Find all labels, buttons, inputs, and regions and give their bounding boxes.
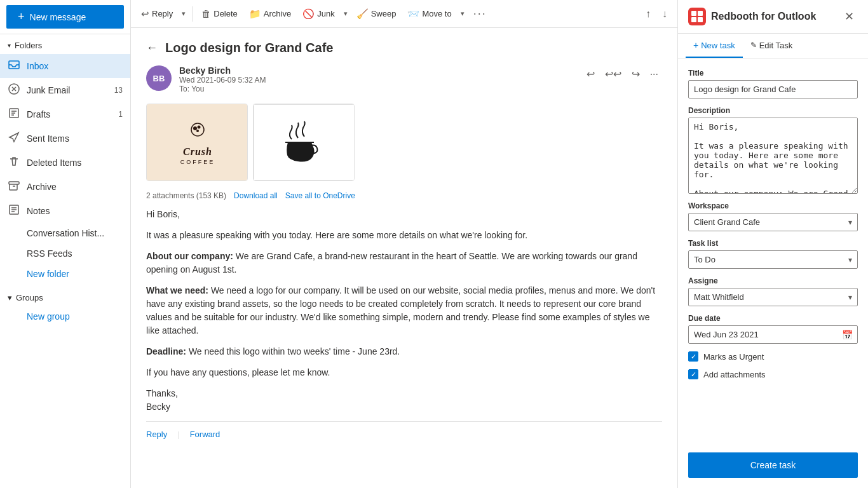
description-textarea[interactable]: Hi Boris, It was a pleasure speaking wit… — [688, 118, 858, 194]
assignee-value: Matt Whitfield — [694, 292, 744, 302]
about-bold: About our company: — [146, 251, 233, 261]
check-icon-2: ✓ — [691, 370, 696, 379]
calendar-icon[interactable]: 📅 — [842, 330, 853, 340]
sidebar-item-junk[interactable]: Junk Email 13 — [0, 78, 130, 102]
folders-label: Folders — [15, 41, 42, 50]
description-group: Description Hi Boris, It was a pleasure … — [688, 106, 858, 194]
create-task-button[interactable]: Create task — [688, 452, 858, 478]
new-message-button[interactable]: + New message — [6, 5, 124, 29]
title-input[interactable] — [688, 80, 858, 98]
sidebar-item-new-folder[interactable]: New folder — [0, 264, 130, 284]
archive-label: Archive — [264, 9, 291, 18]
due-date-input[interactable] — [688, 325, 858, 344]
forward-link[interactable]: Forward — [190, 430, 220, 439]
sidebar-item-notes[interactable]: Notes — [0, 199, 130, 223]
move-to-icon: 📨 — [407, 8, 419, 20]
task-list-value: To Do — [694, 255, 715, 264]
plus-icon: + — [18, 10, 25, 24]
workspace-select[interactable]: Client Grand Cafe ▾ — [688, 213, 858, 231]
workspace-label: Workspace — [688, 201, 858, 210]
junk-dropdown[interactable]: ▾ — [341, 6, 350, 22]
archive-icon — [8, 180, 20, 194]
back-button[interactable]: ← — [146, 41, 158, 55]
assignee-select[interactable]: Matt Whitfield ▾ — [688, 288, 858, 306]
title-label: Title — [688, 69, 858, 78]
new-group-label: New group — [27, 311, 70, 322]
add-attachments-row[interactable]: ✓ Add attachments — [688, 369, 858, 379]
move-to-dropdown-icon: ▾ — [461, 10, 465, 18]
sender-name: Becky Birch — [179, 65, 575, 76]
body-greeting: Hi Boris, — [146, 208, 662, 221]
junk-badge: 13 — [114, 86, 123, 95]
crush-logo: Crush coffee — [180, 104, 215, 180]
archive-button[interactable]: 📁 Archive — [244, 4, 296, 24]
more-button[interactable]: ··· — [468, 3, 492, 24]
attachment-2[interactable] — [253, 104, 355, 181]
sidebar-item-drafts[interactable]: Drafts 1 — [0, 102, 130, 126]
groups-chevron-icon: ▾ — [8, 293, 12, 302]
notes-label: Notes — [27, 206, 50, 216]
marks-urgent-row[interactable]: ✓ Marks as Urgent — [688, 351, 858, 362]
body-need: What we need: We need a logo for our com… — [146, 284, 662, 337]
reply-divider: | — [177, 430, 179, 439]
task-list-select[interactable]: To Do ▾ — [688, 250, 858, 269]
sidebar-top: + New message — [0, 0, 130, 34]
sidebar: + New message ▾ Folders Inbox Junk Email… — [0, 0, 131, 488]
reply-button[interactable]: ↩ Reply — [136, 4, 178, 24]
sidebar-item-inbox[interactable]: Inbox — [0, 54, 130, 78]
workspace-group: Workspace Client Grand Cafe ▾ — [688, 201, 858, 231]
sender-to: To: You — [179, 85, 575, 93]
drafts-label: Drafts — [27, 109, 50, 119]
assignee-label: Assigne — [688, 276, 858, 285]
sidebar-item-rss[interactable]: RSS Feeds — [0, 243, 130, 264]
reply-all-action-button[interactable]: ↩↩ — [601, 65, 625, 83]
junk-toolbar-icon: 🚫 — [302, 8, 315, 20]
sweep-button[interactable]: 🧹 Sweep — [351, 4, 402, 24]
redbooth-title: Redbooth for Outlook — [711, 11, 836, 22]
delete-button[interactable]: 🗑 Delete — [196, 4, 243, 23]
main-content: ↩ Reply ▾ 🗑 Delete 📁 Archive 🚫 Junk ▾ 🧹 … — [131, 0, 677, 488]
inbox-icon — [8, 59, 20, 73]
sweep-label: Sweep — [371, 9, 397, 18]
reply-action-button[interactable]: ↩ — [583, 65, 599, 83]
folders-header[interactable]: ▾ Folders — [0, 34, 130, 54]
edit-task-icon: ✎ — [750, 41, 757, 50]
sent-label: Sent Items — [27, 133, 69, 144]
sidebar-item-archive[interactable]: Archive — [0, 175, 130, 199]
attachment-1[interactable]: Crush coffee — [146, 104, 248, 181]
prev-email-button[interactable]: ↑ — [641, 4, 656, 24]
download-all-link[interactable]: Download all — [234, 191, 278, 200]
up-arrow-icon: ↑ — [646, 8, 651, 19]
sidebar-item-deleted[interactable]: Deleted Items — [0, 151, 130, 175]
tab-edit-task-label: Edit Task — [759, 41, 793, 50]
close-panel-button[interactable]: ✕ — [841, 8, 858, 25]
sidebar-item-new-group[interactable]: New group — [0, 306, 130, 327]
next-email-button[interactable]: ↓ — [657, 4, 672, 24]
svg-point-6 — [193, 126, 197, 130]
marks-urgent-label: Marks as Urgent — [703, 352, 764, 362]
move-to-button[interactable]: 📨 Move to — [402, 4, 456, 24]
add-attachments-label: Add attachments — [703, 370, 766, 379]
grid-cell-2 — [698, 11, 703, 16]
groups-header[interactable]: ▾ Groups — [0, 287, 130, 306]
tab-new-task-label: New task — [701, 41, 735, 50]
add-attachments-checkbox[interactable]: ✓ — [688, 369, 698, 379]
reply-dropdown[interactable]: ▾ — [179, 6, 188, 22]
sender-avatar: BB — [146, 65, 172, 91]
drafts-badge: 1 — [118, 110, 123, 119]
body-intro: It was a pleasure speaking with you toda… — [146, 229, 662, 242]
due-date-label: Due date — [688, 314, 858, 323]
tab-new-task[interactable]: + New task — [686, 34, 743, 58]
sidebar-item-conv-hist[interactable]: Conversation Hist... — [0, 223, 130, 243]
marks-urgent-checkbox[interactable]: ✓ — [688, 351, 698, 362]
junk-button[interactable]: 🚫 Junk — [297, 4, 339, 24]
sidebar-item-sent[interactable]: Sent Items — [0, 126, 130, 151]
forward-action-button[interactable]: ↪ — [628, 65, 644, 83]
tab-edit-task[interactable]: ✎ Edit Task — [743, 34, 801, 58]
more-actions-button[interactable]: ··· — [646, 66, 662, 83]
conv-hist-label: Conversation Hist... — [27, 228, 104, 238]
task-list-group: Task list To Do ▾ — [688, 239, 858, 269]
move-to-dropdown[interactable]: ▾ — [458, 6, 467, 22]
reply-link[interactable]: Reply — [146, 430, 167, 439]
save-onedrive-link[interactable]: Save all to OneDrive — [285, 191, 355, 200]
